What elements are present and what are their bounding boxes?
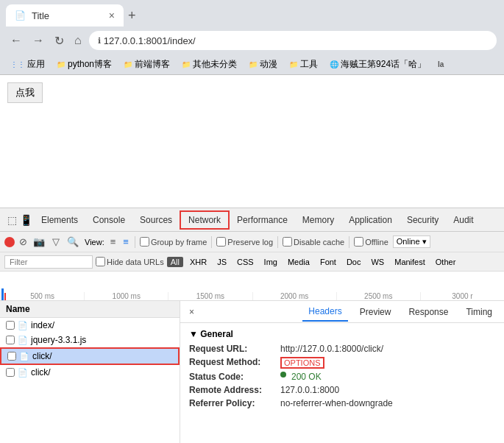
bookmark-other[interactable]: 📁 其他未分类: [177, 57, 241, 72]
preserve-log-label[interactable]: Preserve log: [216, 237, 273, 247]
filter-button[interactable]: ▽: [51, 235, 61, 249]
search-button[interactable]: 🔍: [65, 235, 80, 249]
detail-row-status: Status Code: 200 OK: [189, 372, 495, 382]
referrer-policy-value: no-referrer-when-downgrade: [280, 398, 393, 408]
filter-tag-img[interactable]: Img: [260, 257, 281, 267]
file-icon-index: 📄: [18, 321, 28, 330]
bookmark-tools[interactable]: 📁 工具: [285, 57, 322, 72]
browser-chrome: 📄 Title × + ← → ↻ ⌂ ℹ 127.0.0.1:8001/ind…: [0, 0, 504, 75]
bookmark-frontend[interactable]: 📁 前端博客: [119, 57, 174, 72]
file-item-index[interactable]: 📄 index/: [0, 318, 180, 333]
screenshot-button[interactable]: 📷: [32, 235, 46, 249]
remote-address-label: Remote Address:: [189, 385, 277, 395]
status-dot-icon: [280, 372, 286, 378]
la-icon: la: [438, 60, 444, 68]
forward-button[interactable]: →: [29, 32, 47, 49]
folder-icon-5: 📁: [289, 60, 298, 68]
file-list: Name 📄 index/ 📄 jquery-3.3.1.js 📄 click/…: [0, 301, 180, 443]
file-item-jquery[interactable]: 📄 jquery-3.3.1.js: [0, 333, 180, 347]
detail-close-button[interactable]: ×: [186, 304, 197, 320]
file-checkbox-jquery[interactable]: [6, 336, 15, 344]
record-button[interactable]: [4, 237, 15, 247]
online-badge[interactable]: Online ▾: [393, 235, 430, 248]
browser-tab[interactable]: 📄 Title ×: [6, 4, 124, 26]
filter-tag-ws[interactable]: WS: [367, 257, 388, 267]
detail-tab-headers[interactable]: Headers: [302, 302, 347, 322]
filter-tag-other[interactable]: Other: [432, 257, 460, 267]
hide-data-urls-checkbox[interactable]: [96, 257, 105, 266]
tab-audit[interactable]: Audit: [446, 210, 480, 230]
tab-sources[interactable]: Sources: [132, 210, 180, 230]
file-checkbox-click-2[interactable]: [6, 368, 15, 377]
filter-input[interactable]: [4, 255, 93, 269]
timeline-mark-2: 1000 ms: [84, 292, 168, 300]
file-checkbox-index[interactable]: [6, 321, 15, 330]
request-url-value: http://127.0.0.1:8000/click/: [280, 344, 383, 354]
list-view-button[interactable]: ≡: [109, 235, 118, 249]
disable-cache-checkbox[interactable]: [283, 237, 292, 247]
bookmark-python[interactable]: 📁 python博客: [52, 57, 116, 72]
clear-button[interactable]: ⊘: [19, 236, 27, 247]
reload-button[interactable]: ↻: [52, 32, 67, 49]
bookmark-onepiece[interactable]: 🌐 海贼王第924话「哈」: [325, 57, 430, 72]
filter-tag-css[interactable]: CSS: [233, 257, 258, 267]
file-name-click-2: click/: [31, 367, 51, 378]
file-checkbox-click-1[interactable]: [7, 352, 16, 361]
tab-elements[interactable]: Elements: [34, 210, 85, 230]
tab-application[interactable]: Application: [341, 210, 400, 230]
filter-tag-font[interactable]: Font: [316, 257, 340, 267]
page-content: 点我: [0, 75, 504, 208]
file-icon-click-1: 📄: [19, 352, 29, 361]
web-icon: 🌐: [330, 60, 338, 68]
remote-address-value: 127.0.0.1:8000: [280, 385, 339, 395]
separator-3: [277, 236, 278, 248]
tree-view-button[interactable]: ≡: [121, 235, 130, 249]
hide-data-urls-label[interactable]: Hide data URLs: [96, 257, 164, 266]
home-button[interactable]: ⌂: [71, 32, 85, 49]
bookmark-frontend-label: 前端博客: [135, 58, 170, 71]
separator-1: [135, 236, 135, 248]
file-item-click-2[interactable]: 📄 click/: [0, 365, 180, 380]
click-button[interactable]: 点我: [7, 82, 43, 103]
address-input[interactable]: ℹ 127.0.0.1:8001/index/: [89, 31, 497, 50]
detail-general-section: ▼ General Request URL: http://127.0.0.1:…: [180, 323, 504, 417]
preserve-log-checkbox[interactable]: [216, 237, 226, 247]
filter-tags: All XHR JS CSS Img Media Font Doc WS Man…: [167, 257, 460, 267]
filter-tag-all[interactable]: All: [167, 257, 183, 267]
detail-tab-response[interactable]: Response: [402, 303, 454, 321]
device-toolbar-icon[interactable]: 📱: [18, 213, 34, 227]
request-method-value: OPTIONS: [280, 357, 324, 369]
filter-tag-media[interactable]: Media: [284, 257, 313, 267]
detail-tab-timing[interactable]: Timing: [460, 303, 498, 321]
tab-console[interactable]: Console: [85, 210, 132, 230]
filter-tag-xhr[interactable]: XHR: [186, 257, 210, 267]
detail-row-url: Request URL: http://127.0.0.1:8000/click…: [189, 344, 495, 354]
file-item-click-1[interactable]: 📄 click/: [0, 347, 180, 365]
tab-close-button[interactable]: ×: [109, 10, 115, 21]
bookmark-tools-label: 工具: [300, 58, 318, 71]
tab-performance[interactable]: Performance: [230, 210, 295, 230]
offline-checkbox[interactable]: [354, 237, 363, 247]
separator-4: [349, 236, 349, 248]
tab-network[interactable]: Network: [180, 210, 230, 230]
group-by-frame-label[interactable]: Group by frame: [140, 237, 207, 247]
group-by-frame-checkbox[interactable]: [140, 237, 149, 247]
new-tab-button[interactable]: +: [128, 8, 136, 24]
detail-tab-preview[interactable]: Preview: [354, 303, 397, 321]
inspect-element-icon[interactable]: ⬚: [6, 213, 18, 227]
bookmark-apps[interactable]: ⋮⋮ 应用: [6, 57, 49, 72]
offline-label[interactable]: Offline: [354, 237, 388, 247]
filter-tag-doc[interactable]: Doc: [343, 257, 365, 267]
filter-tag-manifest[interactable]: Manifest: [391, 257, 429, 267]
back-button[interactable]: ←: [7, 32, 25, 49]
tab-security[interactable]: Security: [400, 210, 446, 230]
filter-tag-js[interactable]: JS: [213, 257, 230, 267]
tab-memory[interactable]: Memory: [295, 210, 341, 230]
file-name-click-1: click/: [32, 351, 52, 361]
bookmark-la[interactable]: la: [433, 59, 448, 70]
disable-cache-label[interactable]: Disable cache: [283, 237, 344, 247]
address-bar: ← → ↻ ⌂ ℹ 127.0.0.1:8001/index/: [0, 26, 504, 54]
file-list-name-col: Name: [6, 304, 30, 314]
timeline-mark-4: 2000 ms: [252, 292, 336, 300]
bookmark-anime[interactable]: 📁 动漫: [244, 57, 282, 72]
